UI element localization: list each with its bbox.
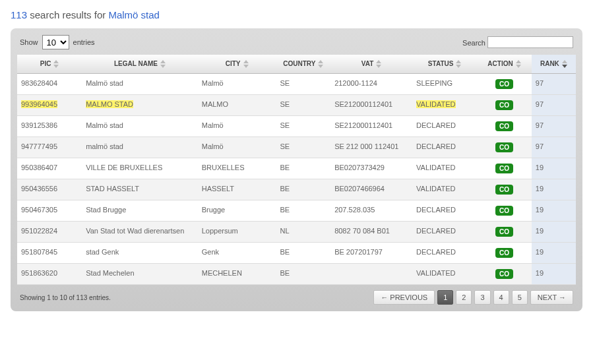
cell-legal-name: Stad Brugge bbox=[82, 200, 198, 222]
show-label: Show bbox=[20, 38, 38, 46]
cell-city: Genk bbox=[198, 243, 276, 264]
results-table: PIC LEGAL NAME CITY COUNTRY VAT STATUS A… bbox=[17, 55, 576, 285]
col-city[interactable]: CITY bbox=[198, 55, 276, 74]
search-input[interactable] bbox=[487, 36, 573, 48]
co-badge[interactable]: CO bbox=[495, 79, 513, 89]
pager-page-1[interactable]: 1 bbox=[437, 290, 453, 305]
cell-rank: 19 bbox=[532, 200, 576, 222]
cell-vat: 207.528.035 bbox=[330, 200, 412, 222]
search-term: Malmö stad bbox=[108, 9, 160, 20]
pager: ← PREVIOUS12345NEXT → bbox=[373, 290, 573, 305]
svg-marker-11 bbox=[456, 65, 461, 68]
cell-pic: 993964045 bbox=[17, 95, 82, 116]
cell-pic: 950436556 bbox=[17, 179, 82, 200]
cell-city: Malmö bbox=[198, 116, 276, 137]
cell-rank: 97 bbox=[532, 95, 576, 116]
table-row: 950467305Stad BruggeBruggeBE207.528.035D… bbox=[17, 200, 576, 222]
co-badge[interactable]: CO bbox=[495, 185, 513, 195]
cell-rank: 19 bbox=[532, 222, 576, 243]
co-badge[interactable]: CO bbox=[495, 142, 513, 152]
cell-legal-name: STAD HASSELT bbox=[82, 179, 198, 200]
pager-next[interactable]: NEXT → bbox=[530, 290, 573, 305]
pager-page-3[interactable]: 3 bbox=[474, 290, 490, 305]
sort-icon bbox=[562, 60, 567, 68]
cell-country: SE bbox=[276, 74, 331, 95]
cell-country: BE bbox=[276, 200, 331, 222]
svg-marker-10 bbox=[456, 60, 461, 63]
pager-page-2[interactable]: 2 bbox=[456, 290, 472, 305]
cell-pic: 951022824 bbox=[17, 222, 82, 243]
col-status[interactable]: STATUS bbox=[412, 55, 477, 74]
col-vat[interactable]: VAT bbox=[330, 55, 412, 74]
pager-prev[interactable]: ← PREVIOUS bbox=[373, 290, 435, 305]
col-country[interactable]: COUNTRY bbox=[276, 55, 331, 74]
cell-status: DECLARED bbox=[412, 137, 477, 158]
cell-status: DECLARED bbox=[412, 116, 477, 137]
cell-city: Malmö bbox=[198, 137, 276, 158]
table-row: 993964045MALMO STADMALMOSESE212000112401… bbox=[17, 95, 576, 116]
svg-marker-0 bbox=[53, 60, 59, 63]
cell-status: VALIDATED bbox=[412, 158, 477, 179]
svg-marker-13 bbox=[516, 65, 521, 68]
table-row: 947777495malmö stadMalmöSESE 212 000 112… bbox=[17, 137, 576, 158]
svg-marker-8 bbox=[376, 60, 381, 63]
cell-rank: 19 bbox=[532, 264, 576, 285]
cell-legal-name: malmö stad bbox=[82, 137, 198, 158]
cell-rank: 19 bbox=[532, 243, 576, 264]
cell-vat: BE 207201797 bbox=[330, 243, 412, 264]
cell-rank: 19 bbox=[532, 158, 576, 179]
table-row: 951863620Stad MechelenMECHELENBEVALIDATE… bbox=[17, 264, 576, 285]
co-badge[interactable]: CO bbox=[495, 100, 513, 110]
cell-legal-name: MALMO STAD bbox=[82, 95, 198, 116]
svg-marker-3 bbox=[160, 65, 166, 68]
table-row: 939125386Malmö stadMalmöSESE212000112401… bbox=[17, 116, 576, 137]
table-footer: Showing 1 to 10 of 113 entries. ← PREVIO… bbox=[17, 285, 576, 305]
cell-rank: 19 bbox=[532, 179, 576, 200]
table-row: 950386407VILLE DE BRUXELLESBRUXELLESBEBE… bbox=[17, 158, 576, 179]
entries-select[interactable]: 10 bbox=[42, 35, 69, 49]
cell-country: BE bbox=[276, 179, 331, 200]
cell-pic: 983628404 bbox=[17, 74, 82, 95]
cell-pic: 950467305 bbox=[17, 200, 82, 222]
svg-marker-9 bbox=[376, 65, 381, 68]
co-badge[interactable]: CO bbox=[495, 164, 513, 173]
sort-icon bbox=[243, 60, 249, 68]
cell-action: CO bbox=[477, 222, 532, 243]
cell-legal-name: Stad Mechelen bbox=[82, 264, 198, 285]
col-action[interactable]: ACTION bbox=[477, 55, 532, 74]
cell-status: VALIDATED bbox=[412, 179, 477, 200]
co-badge[interactable]: CO bbox=[495, 121, 513, 131]
cell-city: Loppersum bbox=[198, 222, 276, 243]
cell-vat: SE 212 000 112401 bbox=[330, 137, 412, 158]
sort-icon bbox=[376, 60, 381, 68]
svg-marker-7 bbox=[318, 65, 323, 68]
pager-page-5[interactable]: 5 bbox=[512, 290, 528, 305]
cell-pic: 951807845 bbox=[17, 243, 82, 264]
cell-city: MALMO bbox=[198, 95, 276, 116]
col-legal-name[interactable]: LEGAL NAME bbox=[82, 55, 198, 74]
results-panel: Show 10 entries Search PIC LEGAL NAME CI… bbox=[11, 28, 582, 311]
cell-rank: 97 bbox=[532, 137, 576, 158]
cell-status: DECLARED bbox=[412, 222, 477, 243]
sort-icon bbox=[516, 60, 521, 68]
co-badge[interactable]: CO bbox=[495, 269, 513, 279]
cell-legal-name: Van Stad tot Wad dierenartsen bbox=[82, 222, 198, 243]
svg-marker-6 bbox=[318, 60, 323, 63]
cell-country: SE bbox=[276, 137, 331, 158]
sort-icon bbox=[160, 60, 166, 68]
cell-legal-name: VILLE DE BRUXELLES bbox=[82, 158, 198, 179]
cell-legal-name: stad Genk bbox=[82, 243, 198, 264]
svg-marker-1 bbox=[53, 65, 59, 68]
cell-status: VALIDATED bbox=[412, 95, 477, 116]
col-pic[interactable]: PIC bbox=[17, 55, 82, 74]
pager-page-4[interactable]: 4 bbox=[493, 290, 509, 305]
results-count: 113 bbox=[11, 9, 27, 20]
co-badge[interactable]: CO bbox=[495, 227, 513, 237]
cell-action: CO bbox=[477, 179, 532, 200]
co-badge[interactable]: CO bbox=[495, 248, 513, 258]
cell-city: MECHELEN bbox=[198, 264, 276, 285]
cell-action: CO bbox=[477, 200, 532, 222]
entries-label: entries bbox=[73, 38, 95, 46]
col-rank[interactable]: RANK bbox=[532, 55, 576, 74]
co-badge[interactable]: CO bbox=[495, 206, 513, 216]
